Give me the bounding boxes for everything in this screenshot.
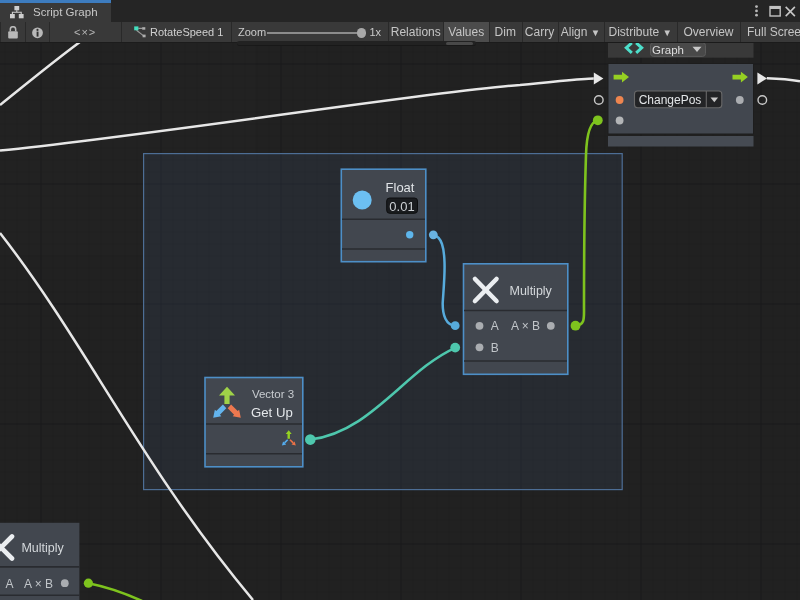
svg-text:ChangePos: ChangePos [639,93,702,107]
svg-text:A × B: A × B [511,319,540,333]
svg-text:B: B [491,341,499,355]
svg-text:Get Up: Get Up [251,405,293,420]
svg-text:Float: Float [386,180,415,195]
svg-text:Graph: Graph [652,44,684,56]
svg-text:0.01: 0.01 [389,199,414,214]
svg-text:Multiply: Multiply [21,541,64,555]
svg-text:A: A [491,319,499,333]
svg-text:A × B: A × B [24,577,53,591]
svg-text:Multiply: Multiply [510,284,553,298]
svg-text:Vector 3: Vector 3 [252,388,294,400]
svg-text:A: A [6,577,14,591]
